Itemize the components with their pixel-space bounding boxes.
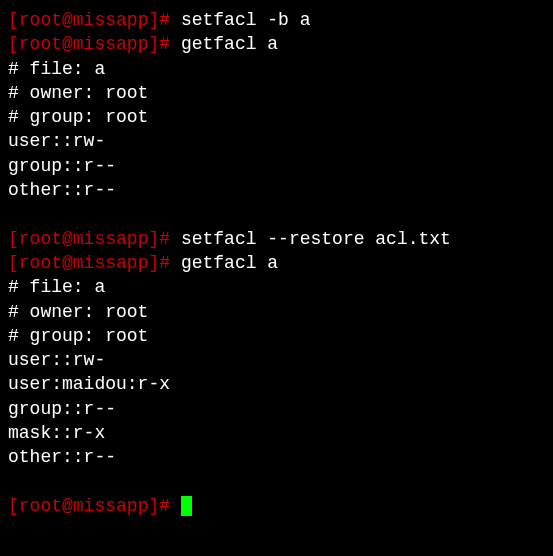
output-owner: # owner: root xyxy=(8,81,545,105)
command-setfacl-b: setfacl -b a xyxy=(181,10,311,30)
output-file: # file: a xyxy=(8,57,545,81)
output-user-maidou: user:maidou:r-x xyxy=(8,372,545,396)
command-line-3[interactable]: [root@missapp]# setfacl --restore acl.tx… xyxy=(8,227,545,251)
blank-line xyxy=(8,470,545,494)
prompt-open-bracket: [ xyxy=(8,253,19,273)
output-other-perm: other::r-- xyxy=(8,445,545,469)
command-line-active[interactable]: [root@missapp]# xyxy=(8,494,545,518)
output-group-perm: group::r-- xyxy=(8,397,545,421)
command-text xyxy=(170,253,181,273)
command-line-2[interactable]: [root@missapp]# getfacl a xyxy=(8,32,545,56)
command-text xyxy=(170,10,181,30)
output-owner: # owner: root xyxy=(8,300,545,324)
prompt-open-bracket: [ xyxy=(8,496,19,516)
prompt-hash: # xyxy=(159,253,170,273)
command-text xyxy=(170,34,181,54)
output-file: # file: a xyxy=(8,275,545,299)
prompt-open-bracket: [ xyxy=(8,34,19,54)
prompt-user-host: root@missapp xyxy=(19,10,149,30)
output-mask-perm: mask::r-x xyxy=(8,421,545,445)
command-getfacl-1: getfacl a xyxy=(181,34,278,54)
output-other-perm: other::r-- xyxy=(8,178,545,202)
prompt-user-host: root@missapp xyxy=(19,34,149,54)
prompt-hash: # xyxy=(159,496,170,516)
prompt-user-host: root@missapp xyxy=(19,229,149,249)
prompt-hash: # xyxy=(159,34,170,54)
prompt-close-bracket: ] xyxy=(148,34,159,54)
cursor-icon xyxy=(181,496,192,516)
command-getfacl-2: getfacl a xyxy=(181,253,278,273)
prompt-close-bracket: ] xyxy=(148,496,159,516)
prompt-close-bracket: ] xyxy=(148,229,159,249)
prompt-open-bracket: [ xyxy=(8,229,19,249)
prompt-open-bracket: [ xyxy=(8,10,19,30)
command-text xyxy=(170,496,181,516)
prompt-user-host: root@missapp xyxy=(19,496,149,516)
output-user-perm: user::rw- xyxy=(8,348,545,372)
prompt-close-bracket: ] xyxy=(148,253,159,273)
output-group: # group: root xyxy=(8,105,545,129)
command-line-1[interactable]: [root@missapp]# setfacl -b a xyxy=(8,8,545,32)
output-group: # group: root xyxy=(8,324,545,348)
prompt-hash: # xyxy=(159,10,170,30)
command-setfacl-restore: setfacl --restore acl.txt xyxy=(181,229,451,249)
prompt-user-host: root@missapp xyxy=(19,253,149,273)
command-text xyxy=(170,229,181,249)
prompt-hash: # xyxy=(159,229,170,249)
prompt-close-bracket: ] xyxy=(148,10,159,30)
command-line-4[interactable]: [root@missapp]# getfacl a xyxy=(8,251,545,275)
output-group-perm: group::r-- xyxy=(8,154,545,178)
output-user-perm: user::rw- xyxy=(8,129,545,153)
blank-line xyxy=(8,202,545,226)
